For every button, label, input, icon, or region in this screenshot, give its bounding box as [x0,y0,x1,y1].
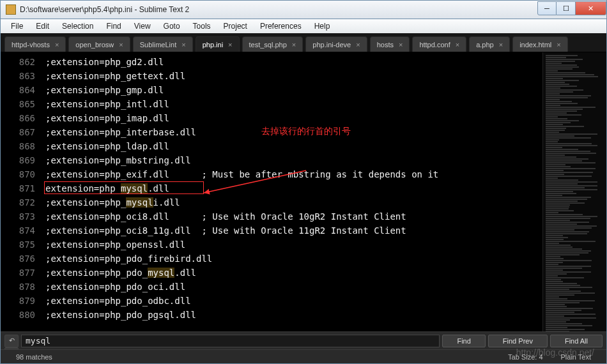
app-icon [6,4,16,15]
code-line[interactable]: ;extension=php_openssl.dll [45,238,542,252]
tab-index-html[interactable]: index.html× [512,36,568,52]
tab-close-icon[interactable]: × [499,41,503,49]
tab-sublimelint[interactable]: SublimeLint× [133,36,193,52]
code-line[interactable]: ;extension=php_intl.dll [45,97,542,111]
menu-tools[interactable]: Tools [187,20,217,33]
menubar: FileEditSelectionFindViewGotoToolsProjec… [0,19,607,33]
tab-open-brosw[interactable]: open_brosw× [68,36,130,52]
tab-a-php[interactable]: a.php× [469,36,510,52]
code-line[interactable]: ;extension=php_ldap.dll [45,139,542,153]
code-line[interactable]: ;extension=php_interbase.dll [45,125,542,139]
code-line[interactable]: ;extension=php_pdo_oci.dll [45,280,542,294]
tab-php-ini-deve[interactable]: php.ini-deve× [305,36,367,52]
find-prev-button[interactable]: Find Prev [488,335,548,347]
menu-goto[interactable]: Goto [157,20,187,33]
tab-hosts[interactable]: hosts× [370,36,410,52]
menu-find[interactable]: Find [100,20,127,33]
code-line[interactable]: ;extension=php_pdo_odbc.dll [45,294,542,308]
code-line[interactable]: ;extension=php_oci8.dll ; Use with Oracl… [45,209,542,224]
code-line[interactable]: ;extension=php_oci8_11g.dll ; Use with O… [45,224,542,238]
app-body: httpd-vhosts×open_brosw×SublimeLint×php.… [0,33,607,364]
menu-help[interactable]: Help [308,20,337,33]
find-toggle-3[interactable]: ↶ [4,335,19,347]
tab-close-icon[interactable]: × [399,41,403,49]
tab-php-ini[interactable]: php.ini× [196,36,240,52]
menu-edit[interactable]: Edit [29,20,56,33]
tab-test-sql-php[interactable]: test_sql.php× [242,36,304,52]
menu-view[interactable]: View [128,20,157,33]
tab-httpd-conf[interactable]: httpd.conf× [412,36,466,52]
status-matches: 98 matches [7,353,61,361]
tab-close-icon[interactable]: × [55,41,59,49]
tab-httpd-vhosts[interactable]: httpd-vhosts× [4,36,66,52]
code-line[interactable]: ;extension=php_pdo_pgsql.dll [45,308,542,322]
window-title: D:\software\server\php5.4\php.ini - Subl… [20,5,537,14]
tab-close-icon[interactable]: × [228,41,232,49]
code-line[interactable]: ;extension=php_gettext.dll [45,69,542,83]
tab-close-icon[interactable]: × [557,41,560,49]
code-line[interactable]: extension=php_mysql.dll [45,181,542,195]
menu-file[interactable]: File [4,20,29,33]
tab-close-icon[interactable]: × [292,41,296,49]
find-button[interactable]: Find [442,335,485,347]
menu-project[interactable]: Project [217,20,254,33]
titlebar: D:\software\server\php5.4\php.ini - Subl… [0,0,607,19]
code-area[interactable]: 去掉该行的行首的引号 ;extension=php_gd2.dll;extens… [44,52,542,331]
find-all-button[interactable]: Find All [550,335,603,347]
line-gutter: 8628638648658668678688698708718728738748… [1,52,44,331]
menu-selection[interactable]: Selection [56,20,100,33]
code-line[interactable]: ;extension=php_exif.dll ; Must be after … [45,167,542,181]
code-line[interactable]: ;extension=php_pdo_mysql.dll [45,266,542,280]
tab-close-icon[interactable]: × [181,41,185,49]
find-input[interactable] [21,335,440,347]
close-button[interactable]: ✕ [576,1,606,15]
tab-strip: httpd-vhosts×open_brosw×SublimeLint×php.… [1,33,606,52]
minimap[interactable] [542,52,606,331]
code-line[interactable]: ;extension=php_gmp.dll [45,83,542,97]
status-syntax[interactable]: Plain Text [552,353,601,361]
find-bar: .*Aa""↶↷≡≣ Find Find Prev Find All [1,331,606,349]
tab-close-icon[interactable]: × [119,41,123,49]
status-tabsize[interactable]: Tab Size: 4 [499,353,551,361]
tab-close-icon[interactable]: × [356,41,360,49]
code-line[interactable]: ;extension=php_imap.dll [45,111,542,125]
maximize-button[interactable]: ☐ [557,1,576,15]
code-line[interactable]: ;extension=php_pdo_firebird.dll [45,252,542,266]
code-line[interactable]: ;extension=php_mysqli.dll [45,195,542,209]
editor[interactable]: 8628638648658668678688698708718728738748… [1,52,606,331]
menu-preferences[interactable]: Preferences [254,20,308,33]
tab-close-icon[interactable]: × [456,41,459,49]
statusbar: 98 matches Tab Size: 4 Plain Text [1,349,606,363]
window-controls: ─ ☐ ✕ [537,1,606,15]
code-line[interactable]: ;extension=php_mbstring.dll [45,153,542,167]
minimize-button[interactable]: ─ [537,1,557,15]
code-line[interactable]: ;extension=php_gd2.dll [45,55,542,69]
